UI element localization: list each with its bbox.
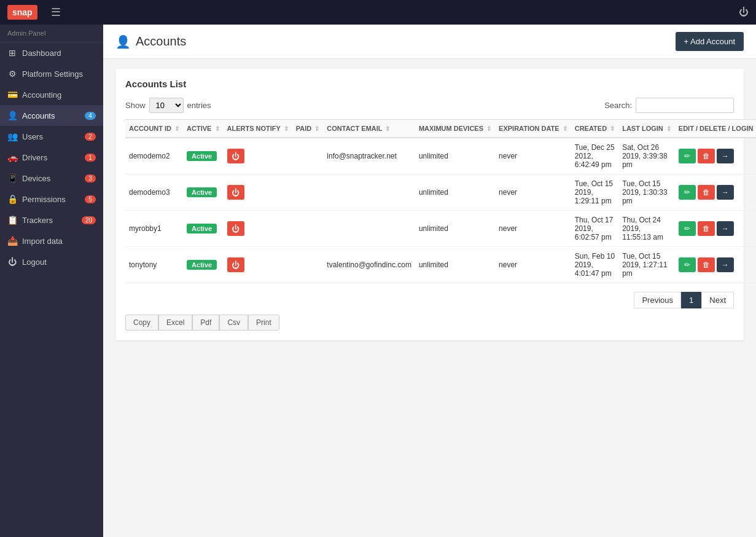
export-copy-button[interactable]: Copy [125, 315, 158, 331]
cell-account-id: tonytony [125, 247, 183, 283]
cell-created: Sun, Feb 10 2019, 4:01:47 pm [571, 247, 618, 283]
pagination-next[interactable]: Next [701, 292, 734, 308]
table-row: tonytony Active ⏻ tvalentino@gofindinc.c… [125, 247, 756, 283]
sidebar-item-dashboard[interactable]: ⊞ Dashboard [0, 42, 103, 63]
permissions-icon: 🔒 [7, 194, 17, 204]
cell-active: Active [183, 247, 223, 283]
cell-active: Active [183, 211, 223, 247]
delete-button[interactable]: 🗑 [698, 221, 715, 236]
devices-badge: 3 [85, 174, 96, 182]
alerts-power-button[interactable]: ⏻ [227, 185, 244, 200]
drivers-badge: 1 [85, 154, 96, 162]
add-account-button[interactable]: + Add Account [676, 32, 744, 51]
trackers-icon: 📋 [7, 215, 17, 225]
cell-last-login: Sat, Oct 26 2019, 3:39:38 pm [618, 138, 675, 174]
main-layout: Admin Panel ⊞ Dashboard ⚙ Platform Setti… [0, 25, 756, 537]
sidebar-label-platform: Platform Settings [22, 69, 96, 79]
cell-actions: ✏ 🗑 → [675, 138, 756, 174]
sidebar-label-accounts: Accounts [22, 111, 80, 120]
cell-created: Tue, Dec 25 2012, 6:42:49 pm [571, 138, 618, 174]
login-as-button[interactable]: → [717, 185, 734, 200]
sidebar-item-logout[interactable]: ⏻ Logout [0, 251, 103, 272]
logout-icon: ⏻ [7, 257, 17, 267]
accounts-icon: 👤 [7, 111, 17, 120]
edit-button[interactable]: ✏ [679, 149, 696, 163]
cell-alerts-notify: ⏻ [224, 138, 292, 174]
pagination-current[interactable]: 1 [681, 292, 701, 308]
sidebar-item-users[interactable]: 👥 Users 2 [0, 126, 103, 147]
cell-created: Tue, Oct 15 2019, 1:29:11 pm [571, 174, 618, 211]
cell-expiration: never [495, 211, 571, 247]
search-box: Search: [604, 98, 734, 113]
edit-button[interactable]: ✏ [679, 185, 696, 200]
sidebar-item-drivers[interactable]: 🚗 Drivers 1 [0, 147, 103, 168]
delete-button[interactable]: 🗑 [698, 257, 715, 272]
search-label: Search: [604, 101, 632, 110]
alerts-power-button[interactable]: ⏻ [227, 149, 244, 163]
sidebar-item-accounting[interactable]: 💳 Accounting [0, 84, 103, 105]
sidebar-label-drivers: Drivers [22, 153, 80, 162]
login-as-button[interactable]: → [717, 221, 734, 236]
cell-alerts-notify: ⏻ [224, 174, 292, 211]
content-area: Accounts List Show 10 25 50 100 entries [103, 59, 756, 350]
import-icon: 📥 [7, 236, 17, 246]
cell-max-devices: unlimited [415, 247, 495, 283]
edit-button[interactable]: ✏ [679, 221, 696, 236]
col-alerts-notify: ALERTS NOTIFY ⇕ [224, 120, 292, 138]
cell-paid [292, 174, 324, 211]
show-label: Show [125, 101, 146, 110]
trackers-badge: 20 [82, 216, 96, 224]
sidebar-item-import[interactable]: 📥 Import data [0, 230, 103, 251]
table-row: myrobby1 Active ⏻ unlimited never Thu, O… [125, 211, 756, 247]
table-controls: Show 10 25 50 100 entries Search: [125, 98, 734, 113]
sidebar-item-accounts[interactable]: 👤 Accounts 4 [0, 105, 103, 126]
sidebar-item-trackers[interactable]: 📋 Trackers 20 [0, 210, 103, 230]
app-logo: snap [7, 5, 37, 20]
cell-contact-email: tvalentino@gofindinc.com [323, 247, 415, 283]
col-expiration: EXPIRATION DATE ⇕ [495, 120, 571, 138]
sidebar-label-import: Import data [22, 237, 96, 246]
sidebar-label-permissions: Permissions [22, 195, 80, 204]
export-print-button[interactable]: Print [248, 315, 279, 331]
power-button[interactable]: ⏻ [739, 7, 749, 18]
export-excel-button[interactable]: Excel [158, 315, 192, 331]
alerts-power-button[interactable]: ⏻ [227, 257, 244, 272]
sidebar-item-platform[interactable]: ⚙ Platform Settings [0, 63, 103, 84]
cell-max-devices: unlimited [415, 174, 495, 211]
cell-created: Thu, Oct 17 2019, 6:02:57 pm [571, 211, 618, 247]
sidebar-label-users: Users [22, 132, 80, 141]
cell-last-login: Tue, Oct 15 2019, 1:27:11 pm [618, 247, 675, 283]
cell-contact-email: info@snaptracker.net [323, 138, 415, 174]
cell-alerts-notify: ⏻ [224, 247, 292, 283]
edit-button[interactable]: ✏ [679, 257, 696, 272]
export-csv-button[interactable]: Csv [219, 315, 248, 331]
topnav-left: snap ☰ [7, 5, 61, 20]
alerts-power-button[interactable]: ⏻ [227, 221, 244, 236]
delete-button[interactable]: 🗑 [698, 149, 715, 163]
cell-contact-email [323, 211, 415, 247]
page-header: 👤 Accounts + Add Account [103, 25, 756, 59]
col-max-devices: MAXIMUM DEVICES ⇕ [415, 120, 495, 138]
cell-account-id: demodemo3 [125, 174, 183, 211]
pagination-previous[interactable]: Previous [634, 292, 681, 308]
login-as-button[interactable]: → [717, 149, 734, 163]
permissions-badge: 5 [85, 195, 96, 203]
hamburger-menu[interactable]: ☰ [51, 6, 61, 19]
cell-paid [292, 247, 324, 283]
sidebar-item-devices[interactable]: 📱 Devices 3 [0, 168, 103, 189]
cell-actions: ✏ 🗑 → [675, 174, 756, 211]
export-buttons: CopyExcelPdfCsvPrint [125, 315, 734, 331]
entries-select[interactable]: 10 25 50 100 [149, 98, 184, 113]
delete-button[interactable]: 🗑 [698, 185, 715, 200]
cell-account-id: myrobby1 [125, 211, 183, 247]
cell-last-login: Tue, Oct 15 2019, 1:30:33 pm [618, 174, 675, 211]
cell-paid [292, 211, 324, 247]
sidebar-item-permissions[interactable]: 🔒 Permissions 5 [0, 189, 103, 210]
accounting-icon: 💳 [7, 90, 17, 100]
export-pdf-button[interactable]: Pdf [192, 315, 219, 331]
sidebar-label-logout: Logout [22, 257, 96, 267]
cell-contact-email [323, 174, 415, 211]
login-as-button[interactable]: → [717, 257, 734, 272]
search-input[interactable] [636, 98, 734, 113]
sidebar-label-dashboard: Dashboard [22, 49, 96, 58]
